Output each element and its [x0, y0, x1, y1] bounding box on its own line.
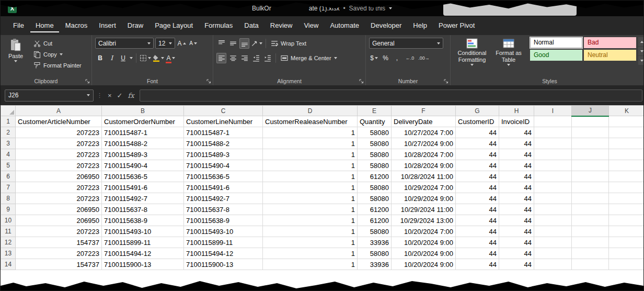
row-header-7[interactable]: 7	[1, 182, 16, 193]
formula-input[interactable]	[140, 89, 642, 102]
alignment-dialog-launcher-icon[interactable]	[359, 79, 364, 84]
paste-button[interactable]: Paste	[4, 37, 28, 70]
cell-G8[interactable]: 44	[456, 193, 499, 204]
cell-E3[interactable]: 58080	[358, 138, 392, 149]
formula-bar-handle[interactable]: ⋮	[97, 92, 102, 99]
cell-B4[interactable]: 7100115489-3	[102, 149, 184, 160]
cell-K10[interactable]	[609, 215, 644, 226]
cell-F6[interactable]: 10/28/2024 11:00	[392, 171, 456, 182]
cell-A1[interactable]: CustomerArticleNumber	[16, 116, 102, 127]
cell-D13[interactable]: 1	[263, 248, 358, 259]
align-right-button[interactable]	[239, 53, 249, 63]
cell-I12[interactable]	[534, 237, 572, 248]
shrink-font-button[interactable]: A	[188, 38, 198, 49]
cell-B14[interactable]: 7100115900-13	[102, 259, 184, 270]
cell-D5[interactable]: 1	[263, 160, 358, 171]
grow-font-button[interactable]: A	[177, 38, 187, 49]
cell-F8[interactable]: 10/29/2024 9:00	[392, 193, 456, 204]
cell-D9[interactable]: 1	[263, 204, 358, 215]
column-header-B[interactable]: B	[102, 106, 184, 116]
column-header-A[interactable]: A	[16, 106, 102, 116]
cell-I1[interactable]	[534, 116, 572, 127]
tab-data[interactable]: Data	[239, 20, 263, 32]
fill-color-button[interactable]	[153, 53, 164, 63]
row-header-6[interactable]: 6	[1, 171, 16, 182]
cell-F7[interactable]: 10/29/2024 7:00	[392, 182, 456, 193]
underline-button[interactable]: U	[118, 53, 128, 63]
cell-J11[interactable]	[572, 226, 609, 237]
tab-home[interactable]: Home	[30, 20, 59, 32]
row-header-5[interactable]: 5	[1, 160, 16, 171]
cell-D1[interactable]: CustomerRealeaseNumber	[263, 116, 358, 127]
cell-C7[interactable]: 7100115491-6	[184, 182, 263, 193]
gallery-more-button[interactable]	[638, 56, 644, 65]
cell-I10[interactable]	[534, 215, 572, 226]
cell-B7[interactable]: 7100115491-6	[102, 182, 184, 193]
cell-A5[interactable]: 207223	[16, 160, 102, 171]
cell-K3[interactable]	[609, 138, 644, 149]
bottom-align-button[interactable]	[239, 38, 249, 49]
row-header-12[interactable]: 12	[1, 237, 16, 248]
tab-help[interactable]: Help	[408, 20, 432, 32]
copy-button[interactable]: Copy	[32, 49, 83, 59]
cell-A9[interactable]: 206950	[16, 204, 102, 215]
cell-C13[interactable]: 7100115494-12	[184, 248, 263, 259]
decrease-decimal-button[interactable]: .00→	[418, 53, 430, 63]
cell-J8[interactable]	[572, 193, 609, 204]
name-box[interactable]: J26	[5, 89, 94, 102]
align-center-button[interactable]	[228, 53, 238, 63]
cell-C3[interactable]: 7100115488-2	[184, 138, 263, 149]
row-header-8[interactable]: 8	[1, 193, 16, 204]
decrease-indent-button[interactable]	[251, 53, 261, 63]
cell-A7[interactable]: 207223	[16, 182, 102, 193]
tab-file[interactable]: File	[8, 20, 29, 32]
cell-H14[interactable]: 44	[499, 259, 534, 270]
cell-C1[interactable]: CustomerLineNumber	[184, 116, 263, 127]
row-header-10[interactable]: 10	[1, 215, 16, 226]
column-header-G[interactable]: G	[456, 106, 499, 116]
tab-power-pivot[interactable]: Power Pivot	[433, 20, 480, 32]
cell-D14[interactable]: 1	[263, 259, 358, 270]
cell-D8[interactable]: 1	[263, 193, 358, 204]
cell-H11[interactable]: 44	[499, 226, 534, 237]
cell-G14[interactable]: 44	[456, 259, 499, 270]
font-dialog-launcher-icon[interactable]	[206, 79, 211, 84]
cell-E10[interactable]: 61200	[358, 215, 392, 226]
cell-I4[interactable]	[534, 149, 572, 160]
cell-C8[interactable]: 7100115492-7	[184, 193, 263, 204]
cell-H3[interactable]: 44	[499, 138, 534, 149]
tab-automate[interactable]: Automate	[325, 20, 364, 32]
row-header-4[interactable]: 4	[1, 149, 16, 160]
row-header-9[interactable]: 9	[1, 204, 16, 215]
clipboard-dialog-launcher-icon[interactable]	[85, 79, 90, 84]
cell-E4[interactable]: 58080	[358, 149, 392, 160]
column-header-F[interactable]: F	[392, 106, 456, 116]
cell-J4[interactable]	[572, 149, 609, 160]
cell-A4[interactable]: 207223	[16, 149, 102, 160]
font-color-button[interactable]: A	[166, 53, 176, 63]
cell-I5[interactable]	[534, 160, 572, 171]
cell-H12[interactable]: 44	[499, 237, 534, 248]
cell-E9[interactable]: 61200	[358, 204, 392, 215]
cell-J3[interactable]	[572, 138, 609, 149]
cell-K9[interactable]	[609, 204, 644, 215]
tab-formulas[interactable]: Formulas	[199, 20, 238, 32]
cell-F10[interactable]: 10/29/2024 13:00	[392, 215, 456, 226]
cell-A11[interactable]: 207223	[16, 226, 102, 237]
cell-G9[interactable]: 44	[456, 204, 499, 215]
cell-D2[interactable]: 1	[263, 127, 358, 138]
accounting-format-button[interactable]: $	[369, 53, 379, 63]
cell-J2[interactable]	[572, 127, 609, 138]
column-header-K[interactable]: K	[609, 106, 644, 116]
cell-G6[interactable]: 44	[456, 171, 499, 182]
cell-B5[interactable]: 7100115490-4	[102, 160, 184, 171]
cell-H6[interactable]: 44	[499, 171, 534, 182]
cell-G13[interactable]: 44	[456, 248, 499, 259]
cell-B8[interactable]: 7100115492-7	[102, 193, 184, 204]
cell-B9[interactable]: 7100115637-8	[102, 204, 184, 215]
cell-H13[interactable]: 44	[499, 248, 534, 259]
cell-B6[interactable]: 7100115636-5	[102, 171, 184, 182]
cell-F12[interactable]: 10/20/2024 9:00	[392, 237, 456, 248]
column-header-D[interactable]: D	[263, 106, 358, 116]
tab-insert[interactable]: Insert	[94, 20, 121, 32]
